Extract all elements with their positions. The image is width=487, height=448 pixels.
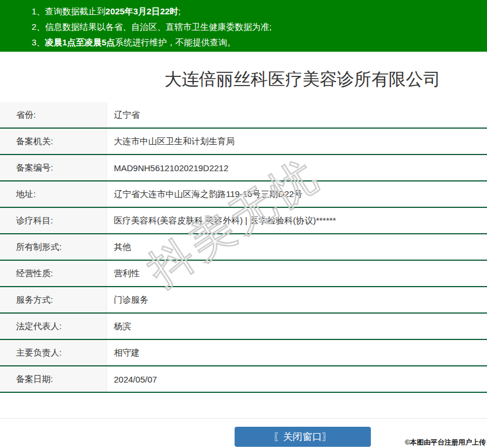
notice-line-1: 1、查询数据截止到2025年3月2日22时; — [32, 3, 481, 19]
table-row-registration-number: 备案编号: MAD9NH56121020219D2212 — [0, 155, 487, 181]
row-label: 服务方式: — [0, 287, 107, 312]
notice-line-number: 2、 — [32, 22, 45, 32]
notice-line-number: 3、 — [32, 37, 45, 47]
row-value: 辽宁省 — [107, 102, 487, 128]
notice-line-2: 2、信息数据结果以各省、自治区、直辖市卫生健康委数据为准; — [32, 19, 481, 34]
notice-bold-text: 凌晨1点至凌晨5点 — [45, 37, 115, 47]
row-label: 备案机关: — [0, 129, 107, 154]
row-label: 备案日期: — [0, 366, 107, 392]
notice-line-3: 3、凌晨1点至凌晨5点系统进行维护，不能提供查询。 — [32, 34, 481, 50]
row-label: 主要负责人: — [0, 340, 107, 365]
row-label: 所有制形式: — [0, 234, 107, 260]
table-row-address: 地址: 辽宁省大连市中山区海之韵路119-16号三期D22号 — [0, 181, 487, 208]
row-value: 杨滨 — [107, 314, 487, 339]
table-row-registration-authority: 备案机关: 大连市中山区卫生和计划生育局 — [0, 129, 487, 155]
copyright-watermark: ©本图由平台注册用户上传 — [405, 438, 486, 447]
row-value: 2024/05/07 — [107, 366, 487, 392]
row-value: 辽宁省大连市中山区海之韵路119-16号三期D22号 — [107, 181, 487, 207]
info-table: 省份: 辽宁省 备案机关: 大连市中山区卫生和计划生育局 备案编号: MAD9N… — [0, 102, 487, 393]
row-label: 经营性质: — [0, 261, 107, 286]
table-row-main-person-in-charge: 主要负责人: 相守建 — [0, 340, 487, 366]
row-label: 备案编号: — [0, 155, 107, 180]
close-window-button[interactable]: 〖关闭窗口〗 — [235, 427, 371, 447]
table-row-province: 省份: 辽宁省 — [0, 102, 487, 129]
row-value: 大连市中山区卫生和计划生育局 — [107, 129, 487, 154]
row-value: 营利性 — [107, 261, 487, 286]
notice-banner: 1、查询数据截止到2025年3月2日22时; 2、信息数据结果以各省、自治区、直… — [0, 0, 487, 52]
row-value: MAD9NH56121020219D2212 — [107, 155, 487, 180]
table-row-operating-nature: 经营性质: 营利性 — [0, 261, 487, 287]
table-row-service-method: 服务方式: 门诊服务 — [0, 287, 487, 314]
table-row-treatment-subjects: 诊疗科目: 医疗美容科(美容皮肤科 美容外科) | 医学检验科(协议)*****… — [0, 208, 487, 234]
row-value: 相守建 — [107, 340, 487, 365]
footer: 〖关闭窗口〗 ©本图由平台注册用户上传 — [0, 419, 487, 448]
row-value: 医疗美容科(美容皮肤科 美容外科) | 医学检验科(协议)****** — [107, 208, 487, 233]
row-label: 省份: — [0, 102, 107, 128]
row-value: 门诊服务 — [107, 287, 487, 312]
row-label: 诊疗科目: — [0, 208, 107, 233]
notice-bold-text: 2025年3月2日22时 — [105, 6, 178, 16]
table-row-registration-date: 备案日期: 2024/05/07 — [0, 366, 487, 393]
table-row-legal-representative: 法定代表人: 杨滨 — [0, 314, 487, 340]
row-value: 其他 — [107, 234, 487, 260]
row-label: 地址: — [0, 181, 107, 207]
page-title: 大连倍丽丝科医疗美容诊所有限公司 — [0, 52, 487, 102]
row-label: 法定代表人: — [0, 314, 107, 339]
table-row-ownership-form: 所有制形式: 其他 — [0, 234, 487, 261]
notice-line-number: 1、 — [32, 6, 45, 16]
